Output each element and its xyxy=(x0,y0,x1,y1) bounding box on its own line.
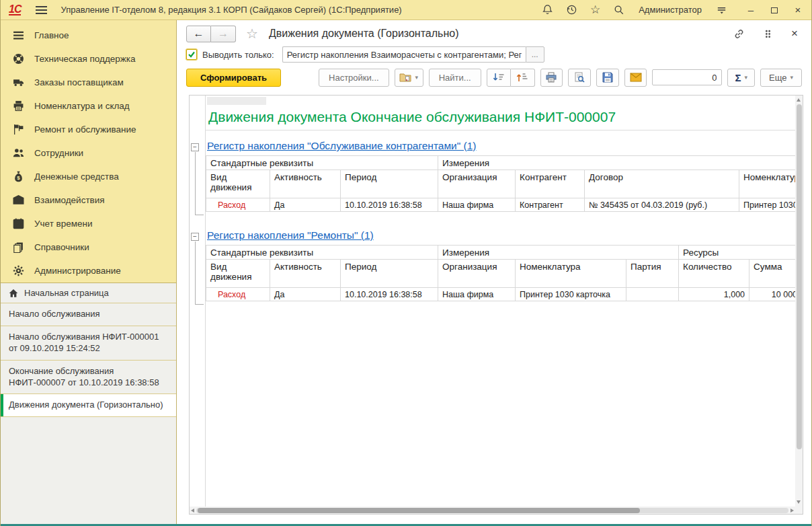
user-menu[interactable]: Администратор xyxy=(639,5,702,15)
scroll-up-arrow[interactable] xyxy=(797,98,801,102)
group-header-cell[interactable]: Измерения xyxy=(438,156,795,170)
nav-history-item[interactable]: Движения документа (Горизонтально) xyxy=(1,394,176,417)
print-button[interactable] xyxy=(540,69,563,87)
column-header-cell[interactable]: Период xyxy=(341,170,438,198)
forward-button[interactable]: → xyxy=(211,26,236,42)
sidebar-item[interactable]: Взаимодействия xyxy=(1,188,176,212)
column-header-cell[interactable]: Организация xyxy=(438,170,516,198)
expand-groups-button[interactable] xyxy=(511,69,535,87)
nav-home[interactable]: Начальная страница xyxy=(1,283,176,303)
more-menu-button[interactable] xyxy=(762,28,774,40)
sidebar-item[interactable]: Учет времени xyxy=(1,212,176,235)
column-header-cell[interactable]: Номенклатура xyxy=(739,170,795,198)
sidebar-item[interactable]: $Денежные средства xyxy=(1,165,176,188)
sidebar-item[interactable]: Номенклатура и склад xyxy=(1,94,176,118)
more-button[interactable]: Еще ▾ xyxy=(760,69,802,87)
minimize-button[interactable]: – xyxy=(745,4,756,15)
sidebar-item[interactable]: Администрирование xyxy=(1,259,176,283)
collapse-group-button[interactable]: − xyxy=(191,233,199,241)
table-cell[interactable]: Да xyxy=(270,288,341,301)
sidebar-item[interactable]: Справочники xyxy=(1,235,176,259)
scroll-right-arrow[interactable] xyxy=(790,509,794,513)
table-cell[interactable]: 10.10.2019 16:38:58 xyxy=(341,198,438,212)
send-email-button[interactable] xyxy=(624,69,647,87)
column-header-cell[interactable]: Активность xyxy=(270,260,341,288)
nav-history-item[interactable]: Начало обслуживания xyxy=(1,303,176,326)
register-link[interactable]: Регистр накопления "Обслуживание контраг… xyxy=(207,140,477,152)
close-button[interactable]: × xyxy=(793,4,803,15)
get-link-button[interactable] xyxy=(733,28,745,40)
save-button[interactable] xyxy=(596,69,619,87)
column-header-cell[interactable]: Номенклатура xyxy=(516,260,626,288)
generate-button[interactable]: Сформировать xyxy=(186,69,281,87)
close-form-button[interactable]: × xyxy=(791,27,798,40)
table-cell[interactable]: Принтер 1030 карточка xyxy=(739,198,795,212)
find-button[interactable]: Найти... xyxy=(429,69,481,87)
table-cell[interactable]: № 345435 от 04.03.2019 (руб.) xyxy=(585,198,739,212)
table-cell[interactable]: Контрагент xyxy=(516,198,585,212)
report-viewport[interactable]: Движения документа Окончание обслуживани… xyxy=(190,96,795,506)
report-variants-button[interactable]: ▾ xyxy=(395,69,423,87)
group-header-cell[interactable]: Стандартные реквизиты xyxy=(206,156,438,170)
filter-input[interactable] xyxy=(282,46,526,63)
favorite-star-button[interactable]: ☆ xyxy=(246,26,258,42)
table-row: РасходДа10.10.2019 16:38:58Наша фирмаКон… xyxy=(206,198,796,212)
table-cell[interactable]: Расход xyxy=(206,198,270,212)
group-header-cell[interactable]: Стандартные реквизиты xyxy=(206,246,438,260)
nav-history-item[interactable]: Начало обслуживания НФИТ-000001 от 09.10… xyxy=(1,326,176,361)
group-header-cell[interactable]: Ресурсы xyxy=(679,246,795,260)
collapse-group-button[interactable]: − xyxy=(191,143,199,151)
back-button[interactable]: ← xyxy=(186,26,211,42)
column-header-cell[interactable]: Вид движения xyxy=(206,260,270,288)
scroll-left-arrow[interactable] xyxy=(191,509,194,513)
collapse-groups-button[interactable] xyxy=(487,69,511,87)
filter-choose-button[interactable]: ... xyxy=(526,46,544,63)
hamburger-menu-button[interactable] xyxy=(36,5,47,15)
report-title[interactable]: Движения документа Окончание обслуживани… xyxy=(206,107,795,130)
column-header-cell[interactable]: Контрагент xyxy=(516,170,585,198)
history-button[interactable] xyxy=(566,4,577,15)
table-cell[interactable] xyxy=(626,288,679,301)
table-cell[interactable]: 10 000 xyxy=(749,288,795,301)
nav-history-item[interactable]: Окончание обслуживания НФИТ-000007 от 10… xyxy=(1,361,176,395)
column-header-cell[interactable]: Договор xyxy=(585,170,739,198)
sidebar-sections: ГлавноеТехническая поддержкаЗаказы поста… xyxy=(1,20,176,283)
sidebar-item-label: Взаимодействия xyxy=(34,195,105,205)
table-cell[interactable]: Расход xyxy=(206,288,270,301)
vertical-scrollbar[interactable] xyxy=(795,96,803,506)
horizontal-scroll-thumb[interactable] xyxy=(198,508,640,513)
sidebar-item[interactable]: Техническая поддержка xyxy=(1,47,176,71)
service-menu-button[interactable] xyxy=(716,4,727,15)
filter-checkbox[interactable] xyxy=(186,49,197,60)
sidebar-item[interactable]: Главное xyxy=(1,24,176,47)
vertical-scroll-thumb[interactable] xyxy=(797,104,802,449)
register-link[interactable]: Регистр накопления "Ремонты" (1) xyxy=(207,229,374,241)
column-header-cell[interactable]: Организация xyxy=(438,260,516,288)
table-cell[interactable]: Наша фирма xyxy=(438,288,516,301)
column-header-cell[interactable]: Период xyxy=(341,260,438,288)
counter-input[interactable] xyxy=(652,69,722,85)
horizontal-scrollbar[interactable] xyxy=(190,506,795,514)
group-header-cell[interactable]: Измерения xyxy=(438,246,679,260)
column-header-cell[interactable]: Сумма xyxy=(749,260,795,288)
sidebar-item[interactable]: Сотрудники xyxy=(1,141,176,165)
sidebar-item[interactable]: Заказы поставщикам xyxy=(1,71,176,94)
search-button[interactable] xyxy=(613,4,624,15)
maximize-button[interactable] xyxy=(769,4,780,15)
sidebar-item[interactable]: Ремонт и обслуживание xyxy=(1,118,176,141)
column-header-cell[interactable]: Количество xyxy=(679,260,749,288)
scroll-down-arrow[interactable] xyxy=(797,500,801,504)
sum-button[interactable]: Σ ▾ xyxy=(727,69,755,87)
table-cell[interactable]: Да xyxy=(270,198,341,212)
notifications-button[interactable] xyxy=(542,4,553,15)
table-cell[interactable]: Принтер 1030 карточка xyxy=(516,288,626,301)
settings-button[interactable]: Настройки... xyxy=(319,69,389,87)
column-header-cell[interactable]: Партия xyxy=(626,260,679,288)
column-header-cell[interactable]: Активность xyxy=(270,170,341,198)
table-cell[interactable]: 10.10.2019 16:38:58 xyxy=(341,288,438,301)
print-preview-button[interactable] xyxy=(568,69,591,87)
favorites-button[interactable]: ☆ xyxy=(590,4,600,15)
table-cell[interactable]: 1,000 xyxy=(679,288,749,301)
column-header-cell[interactable]: Вид движения xyxy=(206,170,270,198)
table-cell[interactable]: Наша фирма xyxy=(438,198,516,212)
